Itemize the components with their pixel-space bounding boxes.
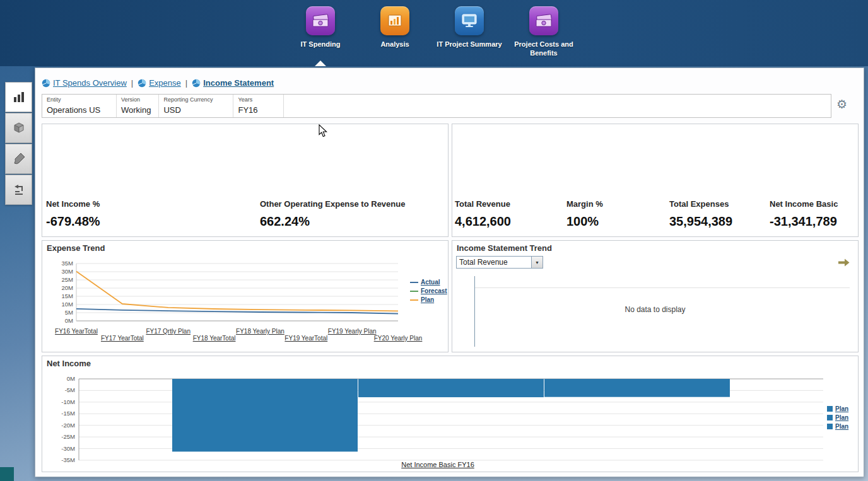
pov-field-years[interactable]: Years FY16	[233, 95, 284, 117]
app-item-project-costs-benefits[interactable]: Project Costs and Benefits	[507, 6, 581, 58]
svg-text:-5M: -5M	[65, 386, 75, 393]
kpi-total-expenses: Total Expenses 35,954,389	[669, 199, 732, 229]
breadcrumb-label[interactable]: Expense	[149, 78, 181, 88]
pov-field-reporting-currency[interactable]: Reporting Currency USD	[159, 95, 233, 117]
app-label: IT Spending	[301, 40, 341, 49]
legend-swatch	[827, 415, 833, 420]
breadcrumb-separator: |	[131, 78, 133, 88]
pov-field-version[interactable]: Version Working	[117, 95, 159, 117]
kpi-value: -31,341,789	[770, 214, 838, 229]
kpi-tile-ratios: Net Income % -679.48% Other Operating Ex…	[42, 124, 449, 237]
cash-notes-icon	[529, 6, 558, 35]
svg-text:-30M: -30M	[61, 445, 75, 452]
legend-swatch	[410, 291, 418, 292]
panel-title: Income Statement Trend	[457, 243, 552, 253]
pov-field-entity[interactable]: Entity Operations US	[42, 95, 117, 117]
no-data-message: No data to display	[452, 305, 858, 314]
measure-select[interactable]: Total Revenue ▼	[456, 256, 543, 269]
legend-label[interactable]: Plan	[421, 296, 434, 303]
x-axis-label[interactable]: FY16 YearTotal	[55, 328, 98, 335]
kpi-net-income-basic: Net Income Basic -31,341,789	[770, 199, 838, 229]
chevron-down-icon[interactable]: ▼	[531, 257, 542, 268]
kpi-label: Net Income Basic	[770, 199, 838, 209]
legend-item-plan[interactable]: Plan	[827, 405, 848, 412]
legend-item-actual[interactable]: Actual	[410, 279, 447, 286]
expense-trend-chart: 0M5M10M15M20M25M30M35M	[50, 260, 406, 327]
svg-text:-15M: -15M	[61, 410, 75, 417]
breadcrumb-label[interactable]: Income Statement	[203, 78, 274, 88]
kpi-label: Total Expenses	[669, 199, 732, 209]
empty-chart-gridline	[475, 287, 850, 288]
app-label: IT Project Summary	[437, 40, 501, 49]
expense-trend-panel: Expense Trend 0M5M10M15M20M25M30M35M FY1…	[42, 240, 449, 352]
pov-value[interactable]: USD	[163, 105, 225, 115]
brush-icon	[12, 152, 26, 166]
legend-label[interactable]: Plan	[835, 405, 848, 412]
x-axis-label[interactable]: FY19 YearTotal	[284, 335, 327, 342]
kpi-other-opex-to-revenue: Other Operating Expense to Revenue 662.2…	[260, 199, 405, 229]
legend-item-plan[interactable]: Plan	[827, 423, 848, 430]
app-item-it-spending[interactable]: IT Spending	[283, 6, 358, 58]
kpi-label: Net Income %	[46, 199, 100, 209]
toolbar-item-submit[interactable]	[5, 175, 32, 205]
pov-filler	[284, 95, 831, 117]
svg-text:10M: 10M	[62, 301, 74, 308]
breadcrumb-item-expense[interactable]: Expense	[138, 78, 181, 88]
maximize-arrow-icon[interactable]	[838, 258, 850, 269]
net-income-chart: 0M-5M-10M-15M-20M-25M-30M-35M	[50, 373, 826, 462]
left-toolbar	[5, 82, 32, 205]
net-income-panel: Net Income 0M-5M-10M-15M-20M-25M-30M-35M…	[42, 356, 859, 472]
app-header: IT Spending Analysis	[0, 0, 868, 66]
x-axis-label[interactable]: FY17 YearTotal	[101, 335, 144, 342]
submit-arrow-icon	[12, 183, 26, 197]
kpi-net-income-pct: Net Income % -679.48%	[46, 199, 100, 229]
main-panel: IT Spends Overview | Expense | Income St…	[35, 67, 864, 477]
breadcrumb-item-it-spends-overview[interactable]: IT Spends Overview	[42, 78, 127, 88]
legend-label[interactable]: Forecast	[421, 287, 447, 294]
breadcrumb-label[interactable]: IT Spends Overview	[53, 78, 127, 88]
measure-select-value[interactable]: Total Revenue	[457, 257, 531, 268]
kpi-total-revenue: Total Revenue 4,612,600	[455, 199, 511, 229]
net-income-legend: Plan Plan Plan	[827, 405, 848, 430]
analysis-chart-icon	[380, 6, 409, 35]
pov-value[interactable]: Operations US	[47, 105, 108, 115]
app-item-analysis[interactable]: Analysis	[358, 6, 432, 58]
svg-text:0M: 0M	[65, 317, 73, 324]
legend-label[interactable]: Plan	[835, 414, 848, 421]
x-axis-label[interactable]: FY19 Yearly Plan	[328, 328, 377, 335]
legend-item-plan[interactable]: Plan	[827, 414, 848, 421]
app-label: Project Costs and Benefits	[507, 40, 581, 58]
net-income-x-axis-label: Net Income Basic FY16	[50, 461, 826, 468]
toolbar-item-cube[interactable]	[5, 113, 32, 143]
x-axis-label[interactable]: FY18 Yearly Plan	[236, 328, 284, 335]
app-label: Analysis	[380, 40, 409, 49]
toolbar-item-charts[interactable]	[5, 82, 32, 112]
pie-chart-icon	[138, 79, 146, 88]
pie-chart-icon	[42, 79, 50, 88]
svg-text:25M: 25M	[62, 276, 74, 283]
pov-value[interactable]: FY16	[238, 105, 276, 115]
app-item-it-project-summary[interactable]: IT Project Summary	[432, 6, 507, 58]
legend-label[interactable]: Plan	[835, 423, 848, 430]
expense-trend-legend: Actual Forecast Plan	[410, 279, 447, 303]
x-axis-label[interactable]: FY17 Qrtly Plan	[146, 328, 191, 335]
gear-icon[interactable]: ⚙	[836, 97, 847, 111]
legend-swatch	[410, 282, 418, 283]
x-axis-label[interactable]: Net Income Basic FY16	[401, 461, 474, 468]
cash-notes-icon	[306, 6, 335, 35]
x-axis-label[interactable]: FY20 Yearly Plan	[374, 335, 423, 342]
breadcrumb-item-income-statement[interactable]: Income Statement	[192, 78, 274, 88]
legend-label[interactable]: Actual	[421, 279, 440, 286]
toolbar-item-format[interactable]	[5, 144, 32, 174]
legend-item-forecast[interactable]: Forecast	[410, 287, 447, 294]
breadcrumb: IT Spends Overview | Expense | Income St…	[42, 78, 274, 88]
pov-value[interactable]: Working	[121, 105, 151, 115]
x-axis-label[interactable]: FY18 YearTotal	[193, 335, 236, 342]
legend-item-plan[interactable]: Plan	[410, 296, 447, 303]
monitor-icon	[455, 6, 484, 35]
active-app-caret-icon	[315, 61, 326, 66]
bar-chart-icon	[12, 90, 26, 104]
svg-text:35M: 35M	[62, 260, 74, 267]
app-navigation: IT Spending Analysis	[283, 6, 581, 58]
cube-icon	[12, 121, 26, 135]
